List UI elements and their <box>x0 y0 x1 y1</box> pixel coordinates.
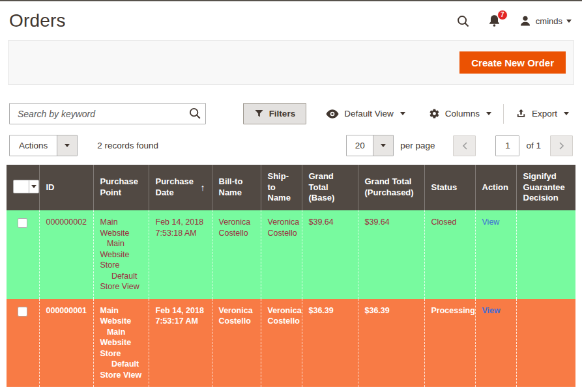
gear-icon <box>429 108 440 119</box>
actions-select-value: Actions <box>10 135 57 156</box>
cell-signifyd <box>516 210 575 299</box>
column-label: Action <box>482 182 508 192</box>
search-input[interactable] <box>9 103 206 124</box>
column-header-purchase-date[interactable]: Purchase Date↑ <box>149 165 212 210</box>
columns-dropdown[interactable]: Columns <box>417 108 503 119</box>
chevron-down-icon <box>31 185 36 188</box>
column-header-ship-to[interactable]: Ship-to Name <box>261 165 302 210</box>
orders-page: Orders 7 cminds Create New Order <box>0 0 582 392</box>
cell-purchase-point: Main Website Main Website Store Default … <box>93 299 149 387</box>
per-page-select[interactable]: 20 <box>346 135 394 156</box>
page-title: Orders <box>9 10 66 31</box>
grid-toolbar: Filters Default View Columns Export <box>0 103 582 124</box>
page-total-label: of 1 <box>526 141 541 150</box>
cell-purchase-date: Feb 14, 2018 7:53:17 AM <box>149 299 212 387</box>
export-label: Export <box>532 109 557 119</box>
notifications-button[interactable]: 7 <box>487 14 501 28</box>
sort-ascending-icon: ↑ <box>198 182 205 193</box>
cell-bill-to: Veronica Costello <box>212 210 261 299</box>
chevron-left-icon <box>461 141 468 150</box>
current-page-input[interactable] <box>495 135 519 156</box>
column-label: Bill-to Name <box>219 176 243 197</box>
cell-id: 000000001 <box>39 299 93 387</box>
actions-select-caret <box>57 135 77 156</box>
column-header-bill-to[interactable]: Bill-to Name <box>212 165 261 210</box>
chevron-right-icon <box>559 141 565 150</box>
view-dropdown[interactable]: Default View <box>306 109 417 119</box>
select-all-caret[interactable] <box>29 180 38 193</box>
chevron-down-icon <box>381 144 386 147</box>
column-label: Signifyd Guarantee Decision <box>523 171 565 203</box>
filter-funnel-icon <box>254 109 264 119</box>
column-label: Ship-to Name <box>268 171 291 203</box>
export-icon <box>516 108 527 119</box>
chevron-down-icon <box>65 144 70 147</box>
select-all-header <box>7 165 39 210</box>
filters-label: Filters <box>269 109 296 119</box>
search-icon <box>456 14 470 28</box>
per-page-caret <box>373 135 393 156</box>
cell-grand-total-purchased: $39.64 <box>358 210 424 299</box>
cell-grand-total-purchased: $36.39 <box>358 299 424 387</box>
username: cminds <box>536 16 562 26</box>
records-count: 2 records found <box>97 141 158 150</box>
cell-action: View <box>475 299 516 387</box>
cell-ship-to: Veronica Costello <box>261 299 302 387</box>
actions-select[interactable]: Actions <box>9 135 78 156</box>
column-header-purchase-point[interactable]: Purchase Point <box>93 165 149 210</box>
column-label: Purchase Point <box>100 176 139 197</box>
page-header: Orders 7 cminds <box>0 1 582 38</box>
column-header-status[interactable]: Status <box>424 165 475 210</box>
per-page-label: per page <box>400 141 435 150</box>
filters-button[interactable]: Filters <box>243 103 307 124</box>
column-header-action[interactable]: Action <box>475 165 516 210</box>
eye-icon <box>326 109 339 119</box>
search-submit-button[interactable] <box>188 107 201 120</box>
global-search-button[interactable] <box>456 14 470 28</box>
controls-left: Actions 2 records found <box>9 135 158 156</box>
cell-grand-total-base: $39.64 <box>302 210 358 299</box>
view-label: Default View <box>344 109 394 119</box>
select-all-dropdown[interactable] <box>13 180 39 193</box>
chevron-down-icon <box>564 112 569 115</box>
grid-header-row: ID Purchase Point Purchase Date↑ Bill-to… <box>7 165 575 210</box>
next-page-button[interactable] <box>550 135 573 156</box>
view-order-link[interactable]: View <box>482 306 501 315</box>
cell-ship-to: Veronica Costello <box>261 210 302 299</box>
row-checkbox[interactable] <box>18 307 27 316</box>
user-avatar-icon <box>519 14 532 27</box>
column-label: Purchase Date <box>156 176 198 199</box>
view-order-link[interactable]: View <box>482 217 500 227</box>
per-page-value: 20 <box>347 135 373 156</box>
cell-signifyd <box>516 299 575 387</box>
cell-bill-to: Veronica Costello <box>212 299 261 387</box>
column-header-grand-total-purchased[interactable]: Grand Total (Purchased) <box>358 165 424 210</box>
cell-checkbox <box>7 299 39 387</box>
order-row-closed: 000000002 Main Website Main Website Stor… <box>7 210 575 299</box>
grid-controls: Actions 2 records found 20 per page of 1 <box>0 135 582 156</box>
export-dropdown[interactable]: Export <box>504 108 573 119</box>
cell-purchase-date: Feb 14, 2018 7:53:18 AM <box>149 210 212 299</box>
notification-badge: 7 <box>497 10 508 20</box>
previous-page-button[interactable] <box>453 135 476 156</box>
chevron-down-icon <box>486 112 491 115</box>
cell-grand-total-base: $36.39 <box>302 299 358 387</box>
cell-purchase-point: Main Website Main Website Store Default … <box>93 210 149 299</box>
search-icon <box>188 107 201 120</box>
column-header-grand-total-base[interactable]: Grand Total (Base) <box>302 165 358 210</box>
chevron-down-icon <box>566 20 572 23</box>
user-menu[interactable]: cminds <box>519 14 572 27</box>
column-label: ID <box>46 182 55 192</box>
column-label: Grand Total (Base) <box>309 171 335 203</box>
create-new-order-button[interactable]: Create New Order <box>459 51 566 74</box>
column-header-signifyd[interactable]: Signifyd Guarantee Decision <box>516 165 575 210</box>
header-actions: 7 cminds <box>456 14 572 28</box>
row-checkbox[interactable] <box>18 218 27 228</box>
toolbar-right: Filters Default View Columns Export <box>243 103 573 124</box>
cell-status: Processing <box>424 299 475 387</box>
cell-status: Closed <box>424 210 475 299</box>
column-header-id[interactable]: ID <box>39 165 93 210</box>
select-all-checkbox[interactable] <box>14 180 29 193</box>
action-panel: Create New Order <box>8 40 574 85</box>
keyword-search-box <box>9 103 206 124</box>
